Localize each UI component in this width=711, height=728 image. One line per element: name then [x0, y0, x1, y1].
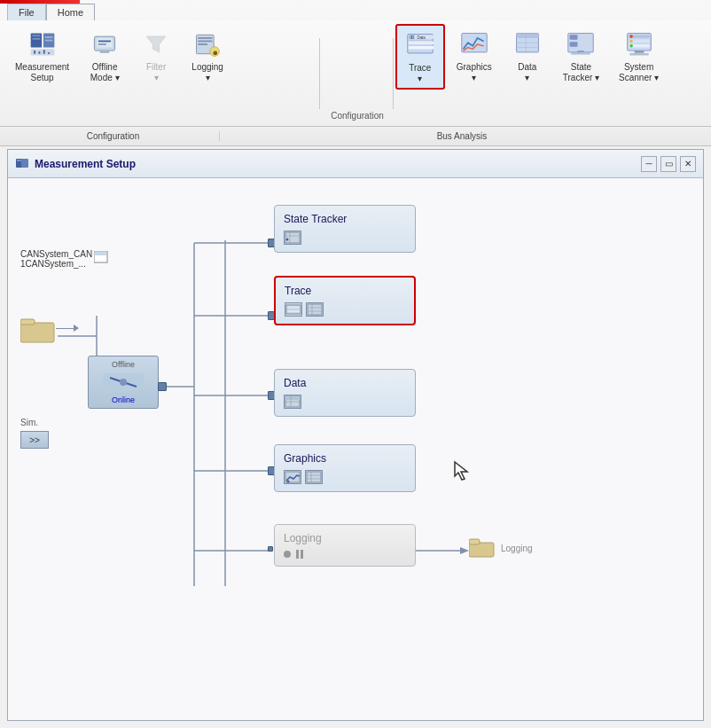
logging-output: Logging	[469, 537, 533, 559]
offline-icon	[89, 28, 121, 60]
state-tracker-icons	[284, 231, 406, 245]
svg-rect-46	[578, 51, 584, 52]
svg-rect-100	[469, 539, 480, 544]
measurement-setup-label: MeasurementSetup	[15, 62, 69, 83]
state-tracker-icon	[565, 28, 597, 60]
svg-rect-90	[285, 396, 300, 400]
measurement-icon	[27, 28, 59, 60]
log-pause-icon	[296, 550, 303, 559]
log-pause-bar-1	[296, 550, 299, 559]
folder-icon	[20, 316, 56, 347]
offline-mode-button[interactable]: OfflineMode ▾	[81, 24, 129, 88]
svg-rect-84	[287, 310, 300, 312]
trace-block-icon-1	[285, 302, 302, 317]
svg-text:ID: ID	[410, 35, 413, 40]
measurement-setup-button[interactable]: MeasurementSetup	[7, 24, 77, 88]
svg-rect-85	[308, 304, 322, 315]
svg-rect-45	[572, 52, 590, 55]
graphics-block-icon-1	[284, 470, 301, 484]
svg-rect-58	[21, 159, 28, 168]
logging-controls	[284, 550, 406, 559]
svg-marker-16	[146, 36, 165, 52]
restore-button[interactable]: ▭	[660, 156, 676, 172]
window-title: Measurement Setup	[35, 158, 641, 170]
trace-block: Trace	[274, 276, 416, 325]
svg-rect-19	[198, 41, 212, 43]
trace-label: Trace▾	[409, 63, 431, 84]
svg-rect-39	[570, 35, 578, 39]
graphics-label: Graphics▾	[457, 62, 492, 83]
trace-block-icon-2	[306, 302, 324, 317]
data-button[interactable]: Data▾	[504, 24, 551, 88]
logging-block-title: Logging	[284, 532, 406, 544]
svg-rect-20	[198, 43, 207, 45]
offline-online-box: Offline Online	[88, 356, 159, 409]
state-tracker-title: State Tracker	[284, 213, 406, 225]
config-label-bottom: Configuration	[7, 131, 220, 141]
svg-rect-2	[32, 38, 40, 40]
svg-rect-4	[44, 36, 52, 38]
tab-home[interactable]: Home	[46, 4, 95, 20]
logging-button[interactable]: ⏺ Logging▾	[184, 24, 231, 88]
window-content: CANSystem_CAN 1CANSystem_...	[8, 178, 703, 720]
svg-point-94	[287, 481, 290, 483]
svg-rect-78	[285, 232, 300, 243]
system-scanner-label: SystemScanner ▾	[619, 62, 659, 83]
svg-point-53	[629, 35, 633, 38]
svg-rect-42	[570, 42, 578, 46]
svg-rect-18	[198, 37, 212, 39]
trace-icon: ID Data	[404, 29, 436, 61]
svg-point-55	[629, 44, 633, 48]
offline-mode-label: OfflineMode ▾	[90, 62, 120, 83]
sim-button[interactable]: >>	[20, 431, 49, 449]
group-separator-1	[319, 38, 320, 109]
svg-rect-74	[20, 319, 35, 325]
graphics-title: Graphics	[284, 452, 406, 465]
toolbar: File Home	[0, 0, 711, 142]
trace-icons	[285, 302, 405, 317]
svg-point-54	[629, 40, 633, 43]
group-separator-2	[393, 38, 394, 109]
data-block: Data	[274, 369, 416, 417]
svg-rect-52	[629, 53, 648, 56]
toolbar-tabs: File Home	[0, 4, 711, 20]
sim-label: Sim.	[20, 418, 38, 427]
tab-file[interactable]: File	[7, 4, 46, 20]
graphics-icons	[284, 470, 406, 484]
svg-rect-40	[580, 35, 592, 37]
state-tracker-block-icon	[284, 231, 301, 245]
svg-rect-41	[580, 39, 590, 42]
svg-rect-83	[287, 306, 300, 309]
trace-button[interactable]: ID Data Trace▾	[395, 24, 445, 90]
svg-rect-95	[307, 472, 321, 482]
data-icon	[512, 28, 543, 60]
svg-rect-30	[408, 42, 433, 45]
filter-icon	[140, 28, 172, 60]
minimize-button[interactable]: ─	[641, 156, 657, 172]
data-block-icon	[284, 395, 301, 409]
close-button[interactable]: ✕	[680, 156, 696, 172]
svg-rect-15	[100, 51, 110, 53]
config-group-label: Configuration	[324, 111, 390, 122]
conn-dot-logging	[268, 546, 273, 552]
svg-rect-1	[32, 35, 40, 36]
window-title-icon	[15, 157, 29, 171]
data-title: Data	[284, 377, 406, 389]
graphics-block-icon-2	[305, 470, 323, 484]
svg-rect-12	[97, 38, 113, 48]
state-tracker-button[interactable]: StateTracker ▾	[555, 24, 607, 88]
diagram-canvas: CANSystem_CAN 1CANSystem_...	[8, 178, 703, 720]
system-scanner-button[interactable]: SystemScanner ▾	[611, 24, 667, 88]
can-system-icon	[94, 251, 108, 266]
filter-button[interactable]: Filter▾	[132, 24, 180, 88]
graphics-button[interactable]: Graphics▾	[449, 24, 500, 88]
svg-rect-72	[95, 252, 106, 255]
graphics-icon	[458, 28, 490, 60]
config-group: MeasurementSetup OfflineMode ▾	[7, 24, 316, 88]
log-pause-bar-2	[301, 550, 303, 559]
state-tracker-block: State Tracker	[274, 205, 416, 253]
data-label: Data▾	[518, 62, 536, 83]
logging-block: Logging	[274, 524, 416, 567]
system-scanner-icon	[623, 28, 655, 60]
svg-point-81	[286, 239, 289, 241]
